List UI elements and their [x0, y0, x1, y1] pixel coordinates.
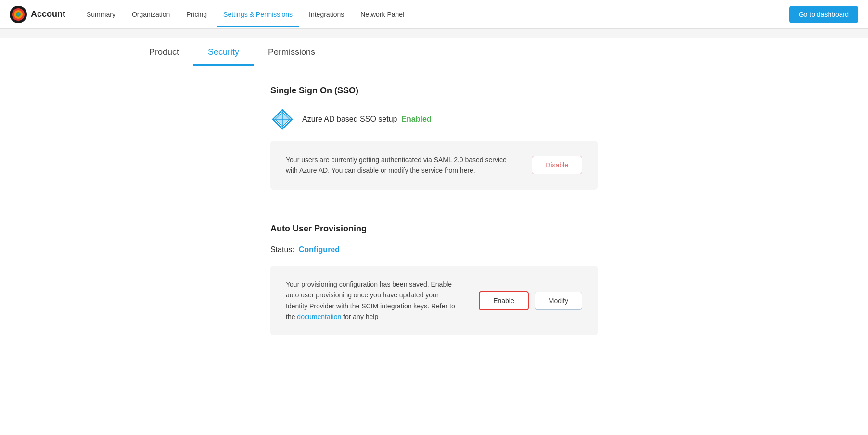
logo-title: Account — [31, 9, 65, 19]
auto-provisioning-title: Auto User Provisioning — [270, 224, 598, 234]
nav-pricing[interactable]: Pricing — [179, 2, 214, 27]
tab-permissions[interactable]: Permissions — [254, 38, 330, 66]
provisioning-status: Configured — [299, 245, 340, 254]
disable-button[interactable]: Disable — [532, 156, 582, 174]
azure-ad-icon — [270, 107, 294, 131]
tab-product[interactable]: Product — [135, 38, 193, 66]
nav-links: Summary Organization Pricing Settings & … — [80, 2, 789, 27]
main-content: Single Sign On (SSO) Azure AD based SSO … — [136, 66, 732, 374]
logo-icon — [10, 6, 27, 23]
provisioning-btn-row: Enable Modify — [479, 291, 582, 310]
sub-tabs: Product Security Permissions — [0, 38, 868, 66]
nav-summary[interactable]: Summary — [80, 2, 122, 27]
nav-organization[interactable]: Organization — [125, 2, 177, 27]
enable-button[interactable]: Enable — [479, 291, 529, 310]
sso-section: Single Sign On (SSO) Azure AD based SSO … — [270, 86, 598, 190]
go-to-dashboard-button[interactable]: Go to dashboard — [789, 6, 858, 23]
tab-security[interactable]: Security — [193, 38, 254, 66]
sso-section-title: Single Sign On (SSO) — [270, 86, 598, 96]
logo-area: Account — [10, 6, 65, 23]
modify-button[interactable]: Modify — [535, 292, 582, 310]
nav-integrations[interactable]: Integrations — [302, 2, 351, 27]
auto-provisioning-section: Auto User Provisioning Status: Configure… — [270, 224, 598, 336]
section-divider — [270, 209, 598, 209]
sso-info-text: Your users are currently getting authent… — [286, 154, 512, 176]
sso-label: Azure AD based SSO setup Enabled — [302, 115, 432, 124]
provisioning-info-text: Your provisioning configuration has been… — [286, 279, 460, 322]
status-row: Status: Configured — [270, 245, 598, 254]
top-navigation: Account Summary Organization Pricing Set… — [0, 0, 868, 29]
sso-status-enabled: Enabled — [401, 115, 431, 123]
page-content: Product Security Permissions Single Sign… — [0, 38, 868, 435]
documentation-link[interactable]: documentation — [297, 313, 341, 320]
provisioning-info-box: Your provisioning configuration has been… — [270, 266, 598, 336]
nav-network-panel[interactable]: Network Panel — [354, 2, 411, 27]
sso-row: Azure AD based SSO setup Enabled — [270, 107, 598, 131]
sso-info-box: Your users are currently getting authent… — [270, 141, 598, 190]
svg-point-4 — [17, 13, 20, 15]
nav-settings-permissions[interactable]: Settings & Permissions — [217, 2, 299, 27]
